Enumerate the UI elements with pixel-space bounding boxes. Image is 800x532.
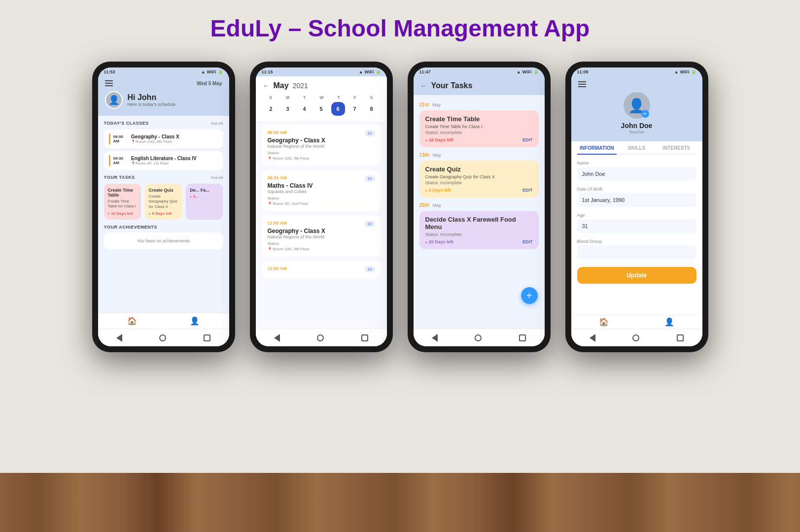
tab-skills[interactable]: SKILLS xyxy=(617,141,657,155)
recent-button[interactable] xyxy=(361,334,368,341)
wifi-icon: WiFi xyxy=(680,69,690,74)
cal-day-4[interactable]: 4 xyxy=(298,102,312,116)
home-button[interactable] xyxy=(159,334,166,341)
cal-day-3[interactable]: 3 xyxy=(281,102,295,116)
home-button[interactable] xyxy=(632,334,639,341)
classes-see-all[interactable]: See All xyxy=(211,121,223,126)
hamburger-icon[interactable] xyxy=(578,81,696,87)
achievements-title: YOUR ACHIEVEMENTS xyxy=(104,225,223,230)
sched4-time: 12:00 AM xyxy=(268,266,375,271)
back-button[interactable] xyxy=(274,334,280,342)
task-card-1: Create Time Table Create Time Table for … xyxy=(104,184,141,220)
sched2-title: Maths - Class IV xyxy=(268,182,375,189)
back-button[interactable] xyxy=(116,334,122,342)
greeting-subtitle: Here is today's schedule xyxy=(128,102,176,107)
calendar-month: May xyxy=(274,81,289,90)
field-blood: Blood Group xyxy=(577,239,696,259)
input-dob[interactable] xyxy=(577,193,696,207)
battery-icon: 🔋 xyxy=(691,69,696,74)
date-sep-3: 25th May xyxy=(419,202,539,208)
task-full-3-status: Status: Incomplete xyxy=(425,232,533,237)
cal-day-2[interactable]: 2 xyxy=(264,102,278,116)
sched3-room: Room 10D, 5th Floor xyxy=(268,247,375,251)
task1-days: 16 Days left xyxy=(108,211,137,216)
sched2-room: Room 3D, 2nd Floor xyxy=(268,201,375,206)
signal-icon: ▲ xyxy=(359,69,363,74)
cal-day-7[interactable]: 7 xyxy=(348,102,362,116)
recent-button[interactable] xyxy=(519,334,526,341)
sched3-title: Geography - Class X xyxy=(268,228,375,234)
back-arrow-icon[interactable]: ← xyxy=(263,82,270,90)
battery-icon: 🔋 xyxy=(376,69,381,74)
sched2-duration: 1h xyxy=(365,175,375,182)
profile-tabs: INFORMATION SKILLS INTERESTS xyxy=(577,141,696,155)
sched1-title: Geography - Class X xyxy=(268,137,375,144)
schedule-item-1: 08:00 AM 1h Geography - Class X Natural … xyxy=(262,125,381,166)
input-age[interactable] xyxy=(577,219,696,233)
phone4-status-bar: 11:09 ▲ WiFi 🔋 xyxy=(571,67,702,76)
recent-button[interactable] xyxy=(677,334,684,341)
task3-title: De... Fa... xyxy=(190,188,219,193)
schedule-item-2: 09:30 AM 1h Maths - Class IV Squares and… xyxy=(262,170,381,211)
task2-title: Create Quiz xyxy=(149,188,178,193)
phone4-time: 11:09 xyxy=(577,69,589,74)
input-blood[interactable] xyxy=(577,245,696,259)
cal-day-6[interactable]: 6 xyxy=(331,102,345,116)
task-full-2-edit[interactable]: EDIT xyxy=(522,188,533,193)
schedule-item-3: 11:00 AM 1h Geography - Class X Natural … xyxy=(262,216,381,256)
recent-button[interactable] xyxy=(204,334,210,341)
home-icon[interactable]: 🏠 xyxy=(127,316,137,326)
sched2-sub: Squares and Cubes xyxy=(268,189,375,194)
home-icon[interactable]: 🏠 xyxy=(599,317,609,327)
cal-day-8[interactable]: 8 xyxy=(365,102,379,116)
calendar-days-row: 2 3 4 5 6 7 8 xyxy=(263,102,380,116)
input-name[interactable] xyxy=(577,167,696,181)
calendar-year: 2021 xyxy=(293,82,308,90)
task-full-1-status: Status: Incomplete xyxy=(425,130,533,135)
task-full-1-days: 16 Days left xyxy=(425,137,453,142)
sched3-sub: Natural Regions of the World xyxy=(268,234,375,239)
profile-icon[interactable]: 👤 xyxy=(190,316,200,326)
sched1-duration: 1h xyxy=(365,130,375,136)
update-button[interactable]: Update xyxy=(577,267,696,284)
home-button[interactable] xyxy=(475,334,482,341)
classes-section-title: TODAY'S CLASSES xyxy=(104,121,149,126)
phone3-status-icons: ▲ WiFi 🔋 xyxy=(517,69,539,74)
wifi-icon: WiFi xyxy=(207,69,216,74)
task-full-3-days: 20 Days left xyxy=(425,239,453,244)
task2-days: 8 Days left xyxy=(149,211,178,216)
schedule-item-4: 12:00 AM 1h xyxy=(262,261,381,278)
wifi-icon: WiFi xyxy=(522,69,532,74)
phone3-header: ← Your Tasks xyxy=(414,76,545,95)
tab-information[interactable]: INFORMATION xyxy=(577,141,617,155)
sched4-duration: 1h xyxy=(365,266,375,272)
add-task-fab[interactable]: + xyxy=(521,287,538,304)
sched2-time: 09:30 AM xyxy=(268,175,375,180)
phone-4: 11:09 ▲ WiFi 🔋 👤 ✏ John Doe T xyxy=(565,62,708,352)
back-arrow-icon[interactable]: ← xyxy=(420,82,427,90)
calendar-day-labels: S M T W T F S xyxy=(263,95,380,100)
phone1-bottom-nav: 🏠 👤 xyxy=(98,313,229,329)
hamburger-menu-icon[interactable] xyxy=(105,80,113,86)
tab-interests[interactable]: INTERESTS xyxy=(657,141,696,155)
field-name: Name xyxy=(577,161,696,181)
user-avatar: 👤 xyxy=(105,91,123,109)
back-button[interactable] xyxy=(432,334,438,342)
battery-icon: 🔋 xyxy=(533,69,539,74)
sched3-status: Status: xyxy=(268,241,375,246)
sched2-status: Status: xyxy=(268,196,375,200)
phone1-device-nav xyxy=(98,329,229,346)
task-full-1-edit[interactable]: EDIT xyxy=(522,137,533,142)
phone4-device-nav xyxy=(571,329,702,346)
profile-icon[interactable]: 👤 xyxy=(664,317,674,327)
task-full-1-title: Create Time Table xyxy=(425,115,533,123)
cal-day-5[interactable]: 5 xyxy=(314,102,328,116)
phone3-body: 21st May Create Time Table Create Time T… xyxy=(414,95,545,329)
task-full-3-edit[interactable]: EDIT xyxy=(522,239,533,244)
tasks-see-all[interactable]: See All xyxy=(211,175,223,180)
home-button[interactable] xyxy=(317,334,324,341)
back-button[interactable] xyxy=(590,334,595,342)
signal-icon: ▲ xyxy=(201,69,206,74)
edit-avatar-badge[interactable]: ✏ xyxy=(641,110,649,118)
sched3-duration: 1h xyxy=(365,221,375,227)
